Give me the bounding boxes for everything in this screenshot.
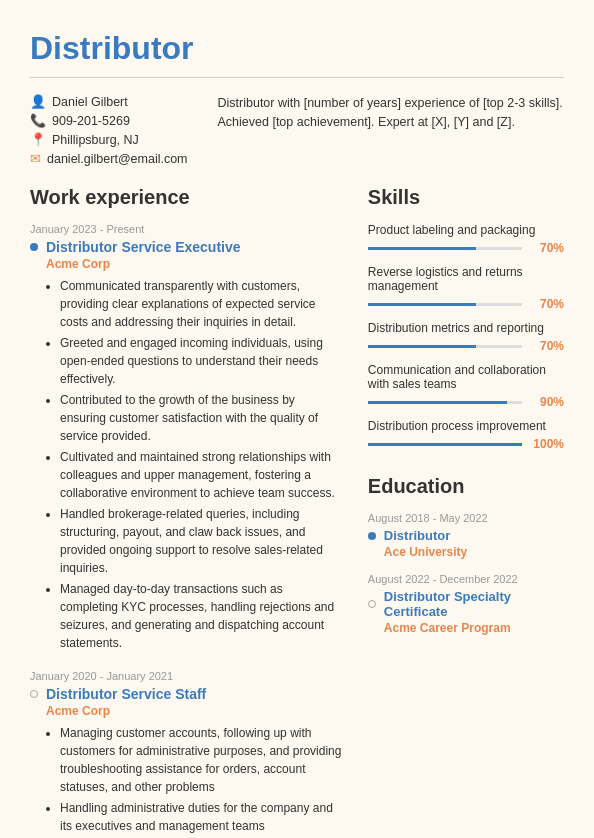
skill-item-4: Communication and collaboration with sal…: [368, 363, 564, 409]
work-entry-1-title: Distributor Service Executive: [46, 239, 241, 255]
edu-entry-2-institution: Acme Career Program: [384, 621, 564, 635]
header-divider: [30, 77, 564, 78]
work-experience-section: Work experience January 2023 - Present D…: [30, 186, 344, 838]
bullet-filled-icon: [30, 243, 38, 251]
list-item: Cultivated and maintained strong relatio…: [60, 448, 344, 502]
education-section-title: Education: [368, 475, 564, 498]
edu-entry-2-title: Distributor Specialty Certificate: [384, 589, 564, 619]
skill-bar-fill-2: [368, 303, 476, 306]
contact-location: 📍 Phillipsburg, NJ: [30, 132, 188, 147]
list-item: Greeted and engaged incoming individuals…: [60, 334, 344, 388]
phone-icon: 📞: [30, 113, 46, 128]
skill-label-5: Distribution process improvement: [368, 419, 564, 433]
edu-entry-1-date: August 2018 - May 2022: [368, 512, 564, 524]
skill-pct-2: 70%: [530, 297, 564, 311]
skill-bar-row-4: 90%: [368, 395, 564, 409]
work-entry-2: January 2020 - January 2021 Distributor …: [30, 670, 344, 838]
right-column: Skills Product labeling and packaging 70…: [368, 186, 564, 838]
skills-section-title: Skills: [368, 186, 564, 209]
skill-bar-bg-3: [368, 345, 522, 348]
bullet-filled-icon: [368, 532, 376, 540]
work-entry-1-date: January 2023 - Present: [30, 223, 344, 235]
work-entry-1-company: Acme Corp: [46, 257, 344, 271]
email-icon: ✉: [30, 151, 41, 166]
contact-phone: 📞 909-201-5269: [30, 113, 188, 128]
contact-summary-section: 👤 Daniel Gilbert 📞 909-201-5269 📍 Philli…: [30, 94, 564, 166]
contact-name: 👤 Daniel Gilbert: [30, 94, 188, 109]
list-item: Handled brokerage-related queries, inclu…: [60, 505, 344, 577]
skill-bar-bg-2: [368, 303, 522, 306]
skill-bar-fill-4: [368, 401, 507, 404]
work-entry-2-bullets: Managing customer accounts, following up…: [46, 724, 344, 838]
skill-bar-fill-1: [368, 247, 476, 250]
skill-bar-fill-3: [368, 345, 476, 348]
edu-entry-2-date: August 2022 - December 2022: [368, 573, 564, 585]
bullet-empty-icon: [30, 690, 38, 698]
skill-item-5: Distribution process improvement 100%: [368, 419, 564, 451]
list-item: Communicated transparently with customer…: [60, 277, 344, 331]
summary-text: Distributor with [number of years] exper…: [218, 94, 564, 132]
skill-item-3: Distribution metrics and reporting 70%: [368, 321, 564, 353]
skill-label-1: Product labeling and packaging: [368, 223, 564, 237]
skill-bar-row-1: 70%: [368, 241, 564, 255]
edu-entry-1-institution: Ace University: [384, 545, 564, 559]
bullet-empty-icon: [368, 600, 376, 608]
skill-bar-bg-1: [368, 247, 522, 250]
work-entry-2-company: Acme Corp: [46, 704, 344, 718]
skills-section: Skills Product labeling and packaging 70…: [368, 186, 564, 451]
list-item: Managed day-to-day transactions such as …: [60, 580, 344, 652]
page-title: Distributor: [30, 30, 564, 67]
work-entry-1-bullets: Communicated transparently with customer…: [46, 277, 344, 652]
skill-label-4: Communication and collaboration with sal…: [368, 363, 564, 391]
education-section: Education August 2018 - May 2022 Distrib…: [368, 475, 564, 635]
work-entry-2-title: Distributor Service Staff: [46, 686, 206, 702]
location-icon: 📍: [30, 132, 46, 147]
skill-bar-row-3: 70%: [368, 339, 564, 353]
work-entry-1: January 2023 - Present Distributor Servi…: [30, 223, 344, 652]
skill-item-1: Product labeling and packaging 70%: [368, 223, 564, 255]
edu-entry-1-title: Distributor: [384, 528, 450, 543]
skill-bar-row-5: 100%: [368, 437, 564, 451]
work-entry-2-title-row: Distributor Service Staff: [30, 686, 344, 702]
list-item: Managing customer accounts, following up…: [60, 724, 344, 796]
list-item: Handling administrative duties for the c…: [60, 799, 344, 835]
edu-entry-1-title-row: Distributor: [368, 528, 564, 543]
list-item: Contributed to the growth of the busines…: [60, 391, 344, 445]
edu-entry-1: August 2018 - May 2022 Distributor Ace U…: [368, 512, 564, 559]
contact-email: ✉ daniel.gilbert@email.com: [30, 151, 188, 166]
main-content: Work experience January 2023 - Present D…: [30, 186, 564, 838]
skill-pct-4: 90%: [530, 395, 564, 409]
skill-bar-bg-5: [368, 443, 522, 446]
skill-bar-row-2: 70%: [368, 297, 564, 311]
work-entry-1-title-row: Distributor Service Executive: [30, 239, 344, 255]
work-section-title: Work experience: [30, 186, 344, 209]
contact-list: 👤 Daniel Gilbert 📞 909-201-5269 📍 Philli…: [30, 94, 188, 166]
edu-entry-2: August 2022 - December 2022 Distributor …: [368, 573, 564, 635]
person-icon: 👤: [30, 94, 46, 109]
edu-entry-2-title-row: Distributor Specialty Certificate: [368, 589, 564, 619]
skill-pct-1: 70%: [530, 241, 564, 255]
skill-bar-fill-5: [368, 443, 522, 446]
skill-label-3: Distribution metrics and reporting: [368, 321, 564, 335]
skill-label-2: Reverse logistics and returns management: [368, 265, 564, 293]
work-entry-2-date: January 2020 - January 2021: [30, 670, 344, 682]
skill-pct-3: 70%: [530, 339, 564, 353]
skill-item-2: Reverse logistics and returns management…: [368, 265, 564, 311]
skill-pct-5: 100%: [530, 437, 564, 451]
skill-bar-bg-4: [368, 401, 522, 404]
